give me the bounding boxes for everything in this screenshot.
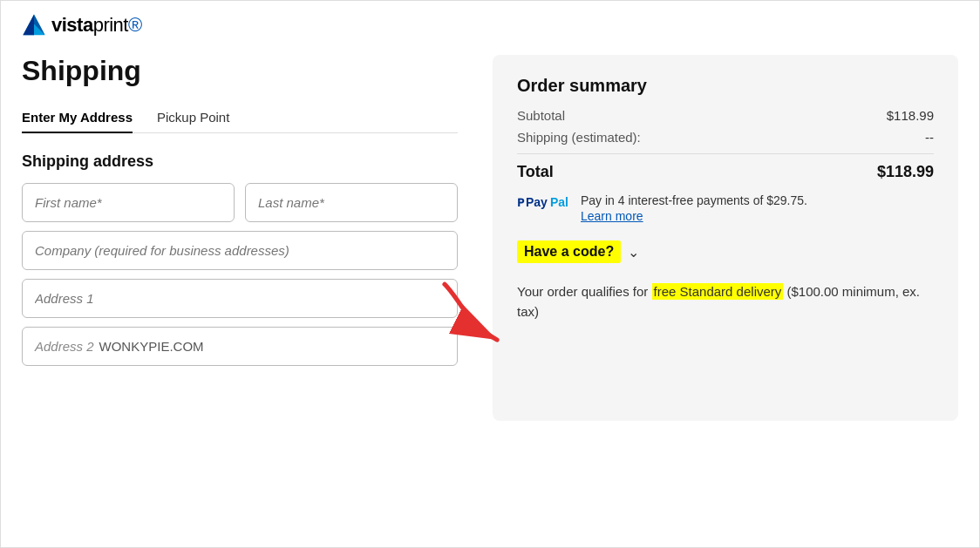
free-delivery-highlight: free Standard delivery: [652, 283, 784, 300]
company-input[interactable]: [22, 231, 458, 270]
last-name-input[interactable]: [245, 183, 458, 222]
left-column: Shipping Enter My Address Pickup Point S…: [22, 46, 493, 547]
summary-divider: [517, 153, 934, 154]
shipping-row: Shipping (estimated): --: [517, 130, 934, 145]
page-title: Shipping: [22, 55, 458, 87]
shipping-address-title: Shipping address: [22, 152, 458, 171]
address2-field-wrap: Address 2 WONKYPIE.COM: [22, 327, 458, 366]
shipping-address-section: Shipping address: [22, 152, 458, 366]
chevron-down-icon[interactable]: ⌄: [628, 244, 639, 260]
subtotal-value: $118.99: [887, 108, 934, 123]
vistaprint-logo-icon: [22, 13, 46, 37]
address1-input[interactable]: [22, 279, 458, 318]
name-row: [22, 183, 458, 222]
total-label: Total: [517, 163, 554, 181]
paypal-icon: Pay Pal: [526, 194, 574, 210]
paypal-logo: ᴘ Pay Pal: [517, 193, 574, 210]
first-name-input[interactable]: [22, 183, 235, 222]
company-field-wrap: [22, 231, 458, 270]
order-summary-panel: Order summary Subtotal $118.99 Shipping …: [493, 55, 958, 421]
paypal-section: ᴘ Pay Pal Pay in 4 interest-free payment…: [517, 193, 934, 223]
shipping-tabs: Enter My Address Pickup Point: [22, 103, 458, 133]
have-a-code-section[interactable]: Have a code? ⌄: [517, 237, 934, 267]
total-value: $118.99: [877, 163, 934, 181]
svg-marker-1: [23, 14, 34, 35]
svg-text:Pal: Pal: [550, 195, 568, 209]
shipping-value: --: [925, 130, 934, 145]
logo-text: vistaprint®: [51, 14, 142, 37]
total-row: Total $118.99: [517, 163, 934, 181]
subtotal-row: Subtotal $118.99: [517, 108, 934, 123]
tab-pickup-point[interactable]: Pickup Point: [157, 103, 229, 133]
free-delivery-notice: Your order qualifies for free Standard d…: [517, 282, 934, 321]
learn-more-link[interactable]: Learn more: [581, 209, 807, 223]
have-code-label[interactable]: Have a code?: [517, 240, 621, 263]
order-summary-title: Order summary: [517, 76, 934, 96]
page-wrapper: vistaprint® Shipping Enter My Address Pi…: [1, 1, 979, 547]
free-delivery-text-prefix: Your order qualifies for: [517, 284, 652, 299]
subtotal-label: Subtotal: [517, 108, 565, 123]
svg-text:Pay: Pay: [526, 195, 548, 209]
header: vistaprint®: [1, 1, 979, 46]
paypal-payment-text: Pay in 4 interest-free payments of $29.7…: [581, 193, 807, 207]
address2-input[interactable]: Address 2 WONKYPIE.COM: [22, 327, 458, 366]
logo: vistaprint®: [22, 13, 958, 37]
main-content: Shipping Enter My Address Pickup Point S…: [1, 46, 979, 547]
address1-field-wrap: [22, 279, 458, 318]
tab-enter-my-address[interactable]: Enter My Address: [22, 103, 133, 133]
shipping-label: Shipping (estimated):: [517, 130, 641, 145]
paypal-info: Pay in 4 interest-free payments of $29.7…: [581, 193, 807, 223]
